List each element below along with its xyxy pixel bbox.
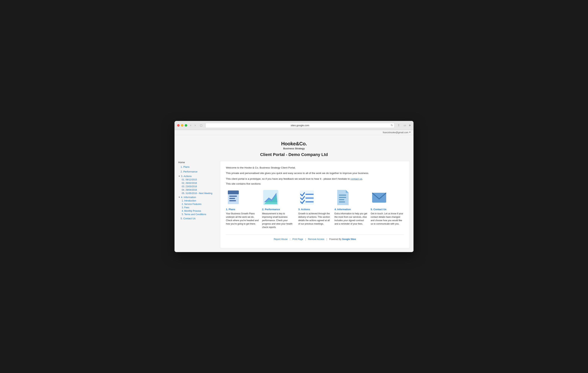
sidebar-sub-actions: 01. 09/12/2015 02. 26/02/2016 03. 23/03/…	[178, 178, 216, 195]
sidebar-link-intro[interactable]: 1. Introduction	[182, 199, 216, 202]
expand-actions-icon: ▼	[178, 175, 180, 177]
address-bar[interactable]	[205, 123, 395, 128]
sidebar-link-monthly-process[interactable]: 4. Monthly Process	[182, 209, 216, 213]
svg-rect-12	[339, 195, 346, 196]
card-information: 4. Information Extra information to help…	[334, 189, 368, 229]
share-button[interactable]: ⇧	[396, 123, 401, 127]
card-information-desc: Extra information to help you get the mo…	[334, 212, 368, 226]
page-footer: Report Abuse | Print Page | Remove Acces…	[226, 235, 404, 243]
forward-button[interactable]: ›	[193, 123, 197, 127]
user-dropdown-arrow[interactable]: ▼	[409, 131, 411, 134]
card-information-title[interactable]: 4. Information	[334, 208, 368, 211]
sidebar-section-information[interactable]: ▼ 4. Information	[178, 195, 216, 199]
card-plans: 1. Plans Your Business Growth Plans unde…	[226, 189, 259, 229]
plans-icon-wrapper	[226, 189, 243, 206]
sidebar-section-actions-label: 3. Actions	[181, 175, 192, 178]
powered-by-text: Powered By	[329, 238, 341, 241]
sidebar-sub-information: 1. Introduction 2. Service Features 3. F…	[178, 199, 216, 216]
traffic-lights	[177, 124, 187, 127]
minimize-button[interactable]	[181, 124, 183, 127]
card-performance: 2. Performance Measurement is key to imp…	[262, 189, 295, 229]
browser-chrome: ‹ › ▢ 🔒 ↻ ⇧ ▭ +	[175, 121, 413, 130]
sidebar-link-action-3[interactable]: 03. 23/03/2016	[182, 185, 216, 188]
information-icon-wrapper	[334, 189, 351, 206]
sidebar: Home 1. Plans 2. Performance ▼ 3. Action…	[178, 161, 216, 249]
sidebar-link-fees[interactable]: 3. Fees	[182, 206, 216, 209]
close-button[interactable]	[177, 124, 180, 127]
sidebar-home: Home	[178, 161, 216, 164]
user-email[interactable]: francishooke@gmail.com	[383, 131, 408, 134]
sidebar-link-action-4[interactable]: 04. 29/04/2016	[182, 188, 216, 192]
main-content: Hooke&Co. Business Strategy Client Porta…	[175, 135, 413, 252]
maximize-button[interactable]	[185, 124, 187, 127]
new-tab-button[interactable]: ▭	[402, 123, 407, 127]
add-tab-button[interactable]: +	[409, 123, 411, 127]
card-actions: 3. Actions Growth is achieved through th…	[298, 189, 332, 229]
nav-buttons: ‹ ›	[189, 123, 197, 127]
sidebar-link-plans[interactable]: 1. Plans	[178, 165, 216, 169]
browser-actions: ⇧ ▭ +	[396, 123, 411, 127]
card-plans-desc: Your Business Growth Plans underpin all …	[226, 212, 259, 226]
page-header: Hooke&Co. Business Strategy Client Porta…	[175, 135, 413, 161]
card-actions-title[interactable]: 3. Actions	[298, 208, 332, 211]
sidebar-toggle-button[interactable]: ▢	[199, 123, 203, 127]
information-icon	[334, 189, 351, 206]
card-performance-title[interactable]: 2. Performance	[262, 208, 295, 211]
welcome-line-3-post: .	[362, 177, 363, 180]
welcome-line-4: This site contains five sections:	[226, 182, 404, 185]
remove-access-link[interactable]: Remove Access	[308, 238, 324, 241]
performance-icon-wrapper	[262, 189, 279, 206]
sidebar-link-service-features[interactable]: 2. Service Features	[182, 202, 216, 206]
welcome-line-3-pre: This client portal is a prototype, so if…	[226, 177, 350, 180]
sidebar-link-performance[interactable]: 2. Performance	[178, 170, 216, 173]
page-title: Client Portal - Demo Company Ltd	[178, 152, 410, 157]
svg-rect-13	[339, 197, 346, 198]
top-bar: francishooke@gmail.com ▼	[175, 130, 413, 135]
card-contact: 5. Contact Us Get in touch. Let us know …	[371, 189, 404, 229]
card-plans-title[interactable]: 1. Plans	[226, 208, 259, 211]
svg-rect-14	[339, 199, 344, 200]
card-performance-desc: Measurement is key to improving small bu…	[262, 212, 295, 229]
contact-us-link[interactable]: contact us	[350, 177, 362, 180]
expand-information-icon: ▼	[178, 196, 180, 198]
content-wrapper: Home 1. Plans 2. Performance ▼ 3. Action…	[175, 161, 413, 252]
address-bar-wrapper: 🔒 ↻	[205, 123, 395, 128]
svg-rect-1	[228, 191, 239, 194]
back-button[interactable]: ‹	[189, 123, 192, 127]
performance-icon	[262, 189, 279, 206]
svg-rect-4	[229, 200, 236, 201]
icon-grid: 1. Plans Your Business Growth Plans unde…	[226, 189, 404, 229]
svg-rect-3	[229, 198, 235, 199]
brand-name: Hooke&Co.	[178, 141, 410, 147]
main-area: Welcome to the Hooke & Co. Business Stra…	[220, 161, 410, 249]
sidebar-section-actions[interactable]: ▼ 3. Actions	[178, 174, 216, 178]
google-sites-link[interactable]: Google Sites	[342, 238, 356, 241]
sidebar-item-contact: 5. Contact Us	[178, 216, 216, 221]
reload-icon[interactable]: ↻	[391, 124, 393, 127]
svg-rect-15	[339, 202, 345, 202]
sidebar-link-action-5[interactable]: 05. 31/05/2016 - Next Meeting	[182, 192, 216, 195]
sidebar-section-information-label: 4. Information	[181, 196, 196, 199]
footer-sep-2: |	[305, 238, 306, 241]
plans-icon	[226, 189, 243, 206]
contact-icon	[371, 189, 388, 206]
contact-icon-wrapper	[371, 189, 388, 206]
sidebar-link-action-1[interactable]: 01. 09/12/2015	[182, 178, 216, 181]
sidebar-item-plans: 1. Plans	[178, 164, 216, 169]
card-actions-desc: Growth is achieved through the delivery …	[298, 212, 332, 226]
report-abuse-link[interactable]: Report Abuse	[274, 238, 288, 241]
card-contact-title[interactable]: 5. Contact Us	[371, 208, 404, 211]
brand-tagline: Business Strategy	[178, 147, 410, 150]
svg-rect-8	[300, 191, 314, 204]
sidebar-link-action-2[interactable]: 02. 26/02/2016	[182, 181, 216, 185]
sidebar-link-terms[interactable]: 5. Terms and Conditions	[182, 213, 216, 216]
svg-rect-2	[229, 196, 237, 197]
footer-sep-3: |	[326, 238, 327, 241]
welcome-line-1: Welcome to the Hooke & Co. Business Stra…	[226, 166, 404, 170]
sidebar-link-contact[interactable]: 5. Contact Us	[178, 217, 216, 220]
welcome-line-2: This private and personalised site gives…	[226, 171, 404, 175]
browser-window: ‹ › ▢ 🔒 ↻ ⇧ ▭ + francishooke@gmail.com ▼…	[175, 121, 413, 252]
sidebar-item-performance: 2. Performance	[178, 169, 216, 174]
print-page-link[interactable]: Print Page	[293, 238, 303, 241]
actions-icon-wrapper	[298, 189, 315, 206]
